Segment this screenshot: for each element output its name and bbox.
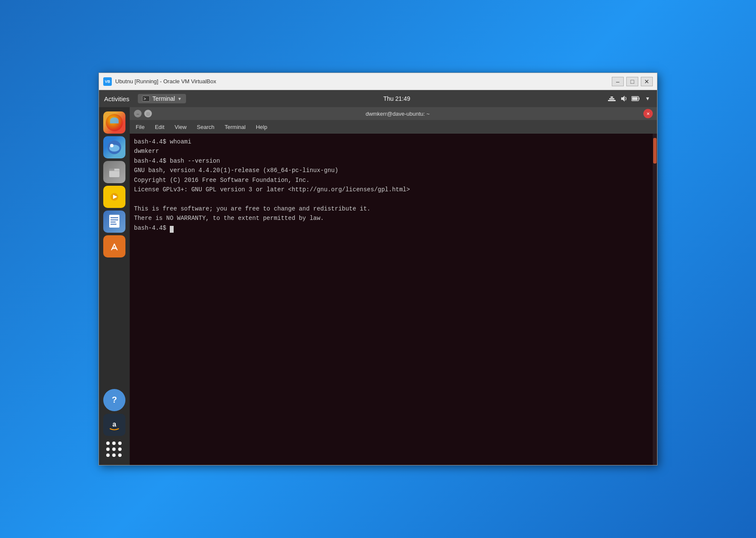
terminal-titlebar: – □ dwmkerr@dave-ubuntu: ~ ✕ <box>130 107 657 120</box>
network-icon[interactable] <box>608 94 616 103</box>
terminal-title: dwmkerr@dave-ubuntu: ~ <box>152 111 643 117</box>
svg-point-9 <box>110 144 113 147</box>
terminal-window: – □ dwmkerr@dave-ubuntu: ~ ✕ File Edit V… <box>130 107 657 465</box>
vbox-titlebar: VB Ubutnu [Running] - Oracle VM VirtualB… <box>99 73 657 90</box>
svg-rect-16 <box>110 217 118 218</box>
ubuntu-topbar: Activities Terminal ▼ Thu 21:49 <box>99 90 657 107</box>
battery-icon[interactable] <box>631 94 640 103</box>
ubuntu-workspace: A ? a <box>99 107 657 465</box>
svg-marker-3 <box>621 96 625 102</box>
svg-rect-5 <box>639 98 640 100</box>
terminal-output: bash-4.4$ whoami dwmkerr bash-4.4$ bash … <box>134 137 648 233</box>
svg-rect-15 <box>109 215 119 228</box>
terminal-dropdown-arrow[interactable]: ▼ <box>177 96 182 101</box>
virtualbox-window: VB Ubutnu [Running] - Oracle VM VirtualB… <box>99 73 657 465</box>
vbox-minimize-button[interactable]: – <box>612 77 624 86</box>
svg-rect-0 <box>608 100 616 101</box>
menu-file[interactable]: File <box>134 123 146 131</box>
terminal-close-button[interactable]: ✕ <box>643 109 653 118</box>
dock-icon-appstore[interactable]: A <box>103 235 125 257</box>
terminal-taskbar-icon <box>142 96 150 102</box>
terminal-window-controls: – □ <box>134 110 152 117</box>
dock-icon-thunderbird[interactable] <box>103 136 125 158</box>
dock-icon-firefox[interactable] <box>103 111 125 134</box>
ubuntu-dock: A ? a <box>99 107 130 465</box>
svg-rect-2 <box>611 96 613 98</box>
terminal-taskbar-button[interactable]: Terminal ▼ <box>138 94 186 103</box>
menu-help[interactable]: Help <box>254 123 269 131</box>
terminal-minimize-button[interactable]: – <box>134 110 142 117</box>
svg-rect-11 <box>109 169 114 171</box>
terminal-menubar: File Edit View Search Terminal Help <box>130 120 657 134</box>
vbox-close-button[interactable]: ✕ <box>641 77 653 86</box>
menu-terminal[interactable]: Terminal <box>223 123 247 131</box>
dock-icon-amazon[interactable]: a <box>103 414 125 436</box>
svg-rect-1 <box>609 98 614 99</box>
vbox-maximize-button[interactable]: □ <box>626 77 638 86</box>
svg-rect-18 <box>110 222 116 222</box>
systray-dropdown-icon[interactable]: ▼ <box>643 94 652 103</box>
menu-view[interactable]: View <box>173 123 188 131</box>
svg-text:a: a <box>113 421 116 428</box>
vbox-controls: – □ ✕ <box>612 77 653 86</box>
menu-search[interactable]: Search <box>195 123 216 131</box>
dock-icon-writer[interactable] <box>103 211 125 233</box>
terminal-scrollbar-thumb[interactable] <box>653 138 657 164</box>
svg-text:?: ? <box>112 395 117 404</box>
terminal-scrollbar[interactable] <box>653 134 657 465</box>
terminal-taskbar-label: Terminal <box>152 95 175 102</box>
dock-icon-show-apps[interactable] <box>103 439 125 461</box>
activities-button[interactable]: Activities <box>104 95 129 102</box>
apps-dots-grid <box>106 442 122 458</box>
ubuntu-clock: Thu 21:49 <box>186 95 608 102</box>
terminal-maximize-button[interactable]: □ <box>144 110 152 117</box>
menu-edit[interactable]: Edit <box>153 123 166 131</box>
terminal-area: bash-4.4$ whoami dwmkerr bash-4.4$ bash … <box>130 134 657 465</box>
terminal-content[interactable]: bash-4.4$ whoami dwmkerr bash-4.4$ bash … <box>130 134 653 465</box>
svg-rect-19 <box>110 224 116 225</box>
ubuntu-vm-content: Activities Terminal ▼ Thu 21:49 <box>99 90 657 465</box>
dock-icon-files[interactable] <box>103 161 125 183</box>
terminal-cursor <box>170 226 174 233</box>
svg-rect-6 <box>632 97 638 100</box>
ubuntu-systray: ▼ <box>608 94 652 103</box>
volume-icon[interactable] <box>619 94 628 103</box>
dock-icon-help[interactable]: ? <box>103 389 125 411</box>
vbox-icon: VB <box>103 77 112 86</box>
svg-rect-17 <box>110 219 118 220</box>
vbox-title: Ubutnu [Running] - Oracle VM VirtualBox <box>115 78 608 85</box>
dock-icon-rhythmbox[interactable] <box>103 186 125 208</box>
